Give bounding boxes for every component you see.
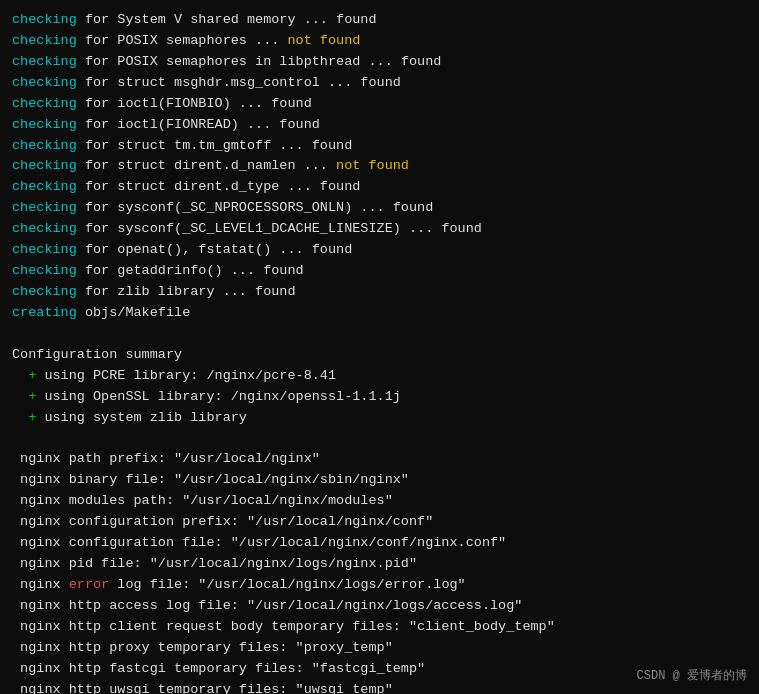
terminal-line: checking for sysconf(_SC_NPROCESSORS_ONL… bbox=[12, 198, 747, 219]
terminal-line: nginx http access log file: "/usr/local/… bbox=[12, 596, 747, 617]
terminal-line: checking for ioctl(FIONBIO) ... found bbox=[12, 94, 747, 115]
terminal-line: nginx binary file: "/usr/local/nginx/sbi… bbox=[12, 470, 747, 491]
terminal-line: nginx error log file: "/usr/local/nginx/… bbox=[12, 575, 747, 596]
terminal-line: + using OpenSSL library: /nginx/openssl-… bbox=[12, 387, 747, 408]
terminal-line: nginx http client request body temporary… bbox=[12, 617, 747, 638]
terminal-line: nginx path prefix: "/usr/local/nginx" bbox=[12, 449, 747, 470]
terminal-line: Configuration summary bbox=[12, 345, 747, 366]
terminal-line: creating objs/Makefile bbox=[12, 303, 747, 324]
terminal-line: checking for zlib library ... found bbox=[12, 282, 747, 303]
terminal-line: checking for openat(), fstatat() ... fou… bbox=[12, 240, 747, 261]
terminal-line: + using system zlib library bbox=[12, 408, 747, 429]
terminal-line: + using PCRE library: /nginx/pcre-8.41 bbox=[12, 366, 747, 387]
terminal-line: checking for ioctl(FIONREAD) ... found bbox=[12, 115, 747, 136]
terminal-line: nginx http proxy temporary files: "proxy… bbox=[12, 638, 747, 659]
terminal-line: checking for System V shared memory ... … bbox=[12, 10, 747, 31]
terminal-line: checking for POSIX semaphores ... not fo… bbox=[12, 31, 747, 52]
terminal-line: nginx configuration prefix: "/usr/local/… bbox=[12, 512, 747, 533]
terminal-line: checking for struct dirent.d_type ... fo… bbox=[12, 177, 747, 198]
terminal-line: nginx configuration file: "/usr/local/ng… bbox=[12, 533, 747, 554]
terminal-line: checking for POSIX semaphores in libpthr… bbox=[12, 52, 747, 73]
terminal-line: nginx pid file: "/usr/local/nginx/logs/n… bbox=[12, 554, 747, 575]
terminal-output: checking for System V shared memory ... … bbox=[12, 10, 747, 694]
terminal-line: checking for struct tm.tm_gmtoff ... fou… bbox=[12, 136, 747, 157]
watermark: CSDN @ 爱博者的博 bbox=[637, 667, 747, 686]
terminal-line: checking for getaddrinfo() ... found bbox=[12, 261, 747, 282]
terminal-line: checking for struct dirent.d_namlen ... … bbox=[12, 156, 747, 177]
terminal-line: checking for sysconf(_SC_LEVEL1_DCACHE_L… bbox=[12, 219, 747, 240]
terminal-line: nginx modules path: "/usr/local/nginx/mo… bbox=[12, 491, 747, 512]
terminal-line: checking for struct msghdr.msg_control .… bbox=[12, 73, 747, 94]
